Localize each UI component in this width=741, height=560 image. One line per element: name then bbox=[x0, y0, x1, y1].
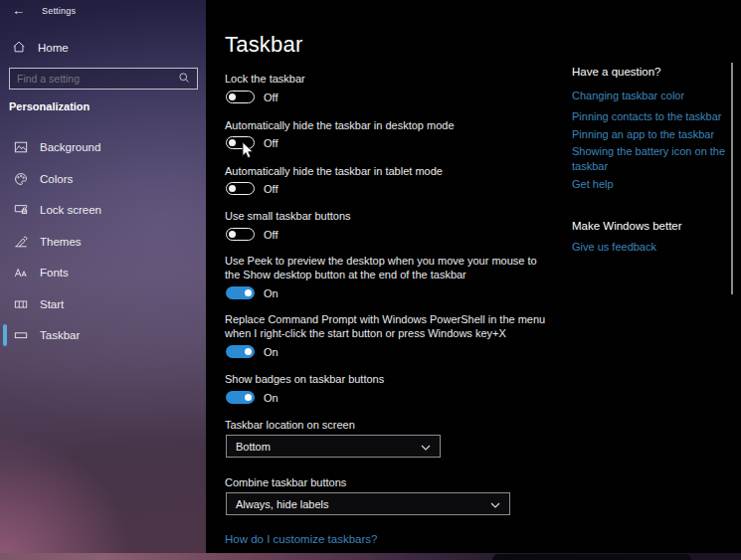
setting-label-autohide-tablet: Automatically hide the taskbar in tablet… bbox=[225, 164, 588, 178]
sidebar-item-colors[interactable]: Colors bbox=[0, 168, 206, 190]
sidebar-item-fonts[interactable]: Fonts bbox=[0, 262, 206, 283]
sidebar-item-start[interactable]: Start bbox=[0, 293, 206, 315]
have-a-question-header: Have a question? bbox=[572, 66, 661, 78]
sidebar-item-label: Themes bbox=[40, 236, 82, 248]
settings-main-pane: Taskbar Lock the taskbar Off Automatical… bbox=[206, 0, 741, 553]
sidebar-item-label: Fonts bbox=[40, 267, 69, 279]
search-input[interactable] bbox=[17, 73, 178, 85]
chevron-down-icon bbox=[490, 498, 500, 510]
page-title: Taskbar bbox=[225, 32, 302, 58]
help-link-pinning-contacts[interactable]: Pinning contacts to the taskbar bbox=[572, 109, 721, 124]
selected-item-accent-bar bbox=[3, 324, 7, 346]
sidebar-section-personalization: Personalization bbox=[9, 100, 90, 112]
toggle-autohide-tablet[interactable]: Off bbox=[226, 182, 278, 195]
fonts-icon bbox=[13, 266, 28, 280]
toggle-switch-icon bbox=[226, 182, 255, 195]
toggle-switch-icon bbox=[226, 391, 255, 404]
toggle-state-label: On bbox=[264, 392, 278, 404]
toggle-state-label: Off bbox=[264, 183, 278, 195]
lock-screen-icon bbox=[13, 203, 28, 218]
help-link-pinning-app[interactable]: Pinning an app to the taskbar bbox=[572, 127, 714, 142]
setting-label-lock-taskbar: Lock the taskbar bbox=[225, 72, 588, 86]
home-icon bbox=[12, 40, 26, 56]
mouse-cursor-icon bbox=[242, 141, 256, 164]
toggle-small-buttons[interactable]: Off bbox=[226, 228, 278, 241]
sidebar-item-home[interactable]: Home bbox=[12, 40, 69, 56]
help-link-battery-icon[interactable]: Showing the battery icon on the taskbar bbox=[572, 144, 725, 174]
toggle-powershell[interactable]: On bbox=[226, 345, 278, 358]
taskbar-icon bbox=[13, 328, 28, 343]
help-link-get-help[interactable]: Get help bbox=[572, 177, 614, 192]
customize-taskbars-link[interactable]: How do I customize taskbars? bbox=[225, 533, 377, 545]
sidebar-item-label: Lock screen bbox=[40, 204, 101, 216]
sidebar-home-label: Home bbox=[38, 42, 69, 54]
chevron-down-icon bbox=[421, 441, 431, 453]
window-title: Settings bbox=[42, 6, 76, 16]
sidebar-item-label: Start bbox=[40, 298, 64, 310]
toggle-state-label: On bbox=[264, 346, 278, 358]
sidebar-item-label: Background bbox=[40, 141, 100, 153]
setting-label-combine-buttons: Combine taskbar buttons bbox=[225, 475, 588, 489]
give-feedback-link[interactable]: Give us feedback bbox=[572, 240, 656, 255]
sidebar: ← Settings Home Personalization Backgrou… bbox=[0, 0, 206, 553]
toggle-switch-icon bbox=[226, 91, 255, 103]
setting-label-use-peek: Use Peek to preview the desktop when you… bbox=[225, 254, 588, 281]
toggle-badges[interactable]: On bbox=[226, 391, 278, 404]
toggle-lock-taskbar[interactable]: Off bbox=[226, 91, 278, 103]
sidebar-item-taskbar[interactable]: Taskbar bbox=[0, 324, 206, 346]
toggle-switch-icon bbox=[226, 345, 255, 358]
sidebar-item-background[interactable]: Background bbox=[0, 136, 206, 158]
setting-label-autohide-desktop: Automatically hide the taskbar in deskto… bbox=[225, 118, 588, 132]
setting-label-badges: Show badges on taskbar buttons bbox=[225, 372, 588, 386]
combine-buttons-dropdown[interactable]: Always, hide labels bbox=[226, 492, 510, 515]
scrollbar-thumb[interactable] bbox=[731, 63, 734, 294]
search-icon bbox=[178, 70, 190, 88]
back-arrow-icon[interactable]: ← bbox=[12, 3, 25, 18]
sidebar-item-themes[interactable]: Themes bbox=[0, 231, 206, 253]
make-windows-better-header: Make Windows better bbox=[572, 220, 682, 232]
setting-label-taskbar-location: Taskbar location on screen bbox=[225, 418, 588, 432]
sidebar-item-label: Taskbar bbox=[40, 329, 80, 341]
sidebar-item-label: Colors bbox=[40, 173, 73, 185]
sidebar-item-lock-screen[interactable]: Lock screen bbox=[0, 199, 206, 221]
help-link-changing-color[interactable]: Changing taskbar color bbox=[572, 89, 684, 103]
search-box[interactable] bbox=[9, 68, 198, 90]
dropdown-value: Bottom bbox=[236, 441, 271, 453]
toggle-state-label: Off bbox=[264, 92, 278, 103]
background-window-edge bbox=[492, 554, 691, 560]
settings-window: ← Settings Home Personalization Backgrou… bbox=[0, 0, 741, 560]
toggle-switch-icon bbox=[226, 286, 255, 299]
setting-label-small-buttons: Use small taskbar buttons bbox=[225, 209, 588, 223]
start-tiles-icon bbox=[13, 297, 28, 312]
colors-palette-icon bbox=[13, 172, 28, 187]
background-image-icon bbox=[13, 140, 28, 155]
taskbar-location-dropdown[interactable]: Bottom bbox=[226, 435, 441, 458]
toggle-state-label: On bbox=[264, 287, 278, 299]
themes-brush-icon bbox=[13, 235, 28, 250]
toggle-state-label: Off bbox=[264, 229, 278, 241]
toggle-switch-icon bbox=[226, 228, 255, 241]
dropdown-value: Always, hide labels bbox=[236, 498, 329, 510]
toggle-state-label: Off bbox=[264, 137, 278, 149]
toggle-use-peek[interactable]: On bbox=[226, 286, 278, 299]
setting-label-powershell: Replace Command Prompt with Windows Powe… bbox=[225, 312, 588, 340]
